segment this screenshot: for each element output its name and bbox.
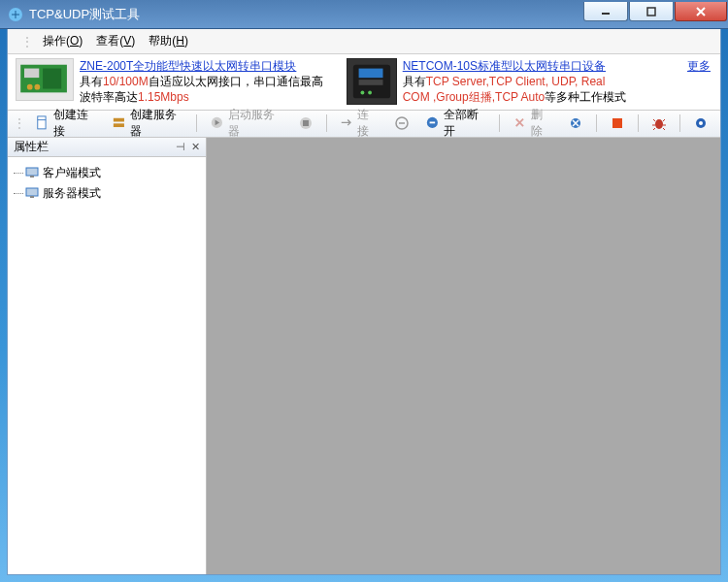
product-1-line2: 波特率高达1.15Mbps (80, 89, 323, 105)
menubar: ⋮ 操作(O) 查看(V) 帮助(H) (8, 29, 720, 54)
play-icon (210, 115, 224, 131)
start-server-button[interactable]: 启动服务器 (204, 105, 287, 142)
page-icon (35, 115, 50, 131)
product-1-image (16, 58, 74, 101)
product-1-link[interactable]: ZNE-200T全功能型快速以太网转串口模块 (80, 58, 323, 74)
window-controls (583, 7, 728, 21)
disconnect-all-icon (425, 115, 440, 131)
gear-icon (693, 115, 709, 131)
svg-rect-5 (43, 69, 61, 89)
svg-point-11 (360, 91, 364, 95)
body-row: 属性栏 ⊣ ✕ 客户端模式 服务器模式 (8, 138, 720, 574)
panel-close-icon[interactable]: ✕ (191, 141, 200, 153)
svg-rect-14 (114, 118, 124, 122)
svg-rect-9 (358, 69, 382, 79)
disconnect-button[interactable] (388, 113, 415, 133)
titlebar: TCP&UDP测试工具 (0, 0, 728, 29)
toolbar-separator (679, 114, 680, 132)
mode-tree: 客户端模式 服务器模式 (8, 157, 206, 574)
connect-label: 连接 (357, 107, 379, 140)
disconnect-all-button[interactable]: 全部断开 (419, 105, 492, 142)
delete-icon (513, 115, 527, 131)
toolbar-separator (499, 114, 500, 132)
bug-icon (651, 115, 667, 131)
start-server-label: 启动服务器 (228, 107, 281, 140)
properties-header: 属性栏 ⊣ ✕ (8, 138, 206, 157)
toolbar-separator (638, 114, 639, 132)
svg-rect-29 (30, 196, 34, 198)
toolbar: ⋮ 创建连接 创建服务器 启动服务器 连接 全部断开 (8, 111, 720, 138)
svg-rect-27 (30, 176, 34, 178)
bug-button[interactable] (645, 113, 673, 133)
product-2-line2: COM ,Group组播,TCP Auto等多种工作模式 (403, 89, 627, 105)
ad-more-link[interactable]: 更多 (687, 58, 712, 75)
svg-rect-10 (358, 80, 382, 85)
toolbar-separator (326, 114, 327, 132)
server-node-icon (25, 187, 39, 199)
close-button[interactable] (675, 2, 727, 21)
tree-node-client[interactable]: 客户端模式 (12, 163, 202, 183)
create-server-button[interactable]: 创建服务器 (106, 105, 189, 142)
clear-button[interactable] (562, 113, 589, 133)
svg-rect-28 (26, 188, 38, 196)
app-icon (8, 7, 23, 22)
client-node-icon (25, 167, 39, 178)
workarea (207, 138, 720, 574)
svg-point-25 (699, 121, 703, 125)
maximize-button[interactable] (629, 2, 674, 21)
tree-node-server-label: 服务器模式 (43, 185, 101, 202)
toolbar-separator (196, 114, 197, 132)
svg-rect-22 (612, 118, 622, 128)
menu-help[interactable]: 帮助(H) (149, 33, 188, 49)
svg-rect-15 (114, 123, 124, 127)
toolbar-separator (596, 114, 597, 132)
svg-rect-4 (24, 69, 39, 79)
disconnect-icon (394, 115, 410, 131)
delete-label: 删除 (531, 107, 552, 140)
product-2-text: NETCOM-10S标准型以太网转串口设备 具有TCP Server,TCP C… (403, 58, 627, 106)
ad-banner: ZNE-200T全功能型快速以太网转串口模块 具有10/100M自适应以太网接口… (8, 54, 720, 111)
svg-point-23 (655, 119, 663, 129)
properties-title: 属性栏 (14, 139, 49, 155)
server-icon (112, 115, 126, 131)
create-connection-button[interactable]: 创建连接 (29, 105, 102, 142)
product-2-image (347, 58, 397, 105)
product-2-link[interactable]: NETCOM-10S标准型以太网转串口设备 (403, 58, 627, 74)
svg-rect-13 (38, 116, 46, 129)
svg-point-6 (27, 84, 33, 90)
product-1-line1: 具有10/100M自适应以太网接口，串口通信最高 (80, 74, 323, 89)
window-title: TCP&UDP测试工具 (29, 6, 140, 23)
svg-point-12 (368, 91, 372, 95)
menu-view[interactable]: 查看(V) (96, 33, 135, 49)
product-2-line1: 具有TCP Server,TCP Client, UDP, Real (403, 74, 627, 89)
svg-rect-2 (647, 8, 655, 16)
properties-panel: 属性栏 ⊣ ✕ 客户端模式 服务器模式 (8, 138, 207, 574)
product-1-text: ZNE-200T全功能型快速以太网转串口模块 具有10/100M自适应以太网接口… (80, 58, 323, 106)
clear-icon (568, 115, 583, 131)
connect-icon (339, 115, 353, 131)
tree-node-client-label: 客户端模式 (43, 165, 101, 181)
toolbar-grip: ⋮ (14, 116, 25, 130)
disconnect-all-label: 全部断开 (444, 107, 486, 140)
stop-server-icon (298, 115, 314, 131)
svg-rect-26 (26, 168, 38, 176)
menubar-grip: ⋮ (21, 35, 33, 48)
svg-point-7 (35, 84, 41, 90)
minimize-button[interactable] (583, 2, 628, 21)
delete-button[interactable]: 删除 (507, 105, 558, 142)
pin-icon[interactable]: ⊣ (176, 141, 185, 153)
stop-server-button[interactable] (292, 113, 319, 133)
create-connection-label: 创建连接 (53, 107, 96, 140)
client-area: ⋮ 操作(O) 查看(V) 帮助(H) ZNE-200T全功能型快速以太网转串口… (7, 29, 721, 575)
create-server-label: 创建服务器 (130, 107, 183, 140)
stop-icon (610, 115, 625, 131)
settings-button[interactable] (687, 113, 714, 133)
stop-button[interactable] (604, 113, 631, 133)
tree-node-server[interactable]: 服务器模式 (12, 183, 202, 204)
menu-operation[interactable]: 操作(O) (43, 33, 83, 49)
svg-rect-18 (303, 120, 309, 126)
connect-button[interactable]: 连接 (333, 105, 384, 142)
